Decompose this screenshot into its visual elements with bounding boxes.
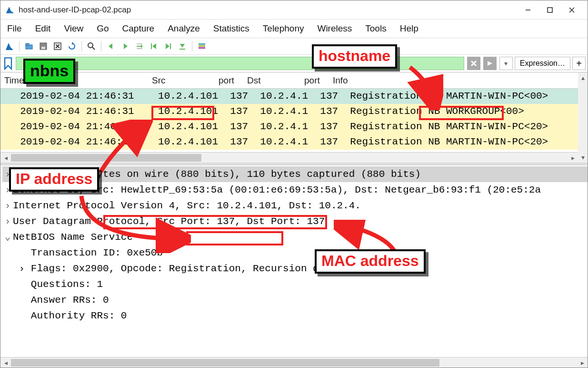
packet-details-pane[interactable]: ›Frame 5: 110 bytes on wire (880 bits), … (0, 163, 588, 325)
menu-go[interactable]: Go (97, 23, 109, 34)
menu-statistics[interactable]: Statistics (213, 23, 249, 34)
add-filter-button[interactable]: + (572, 57, 586, 70)
open-icon[interactable] (23, 40, 35, 52)
reload-icon[interactable] (66, 40, 78, 52)
packet-row[interactable]: 2019-02-04 21:46:31 10.2.4.101 137 10.2.… (0, 104, 588, 119)
col-dst[interactable]: Dst (243, 75, 300, 86)
detail-flags: › Flags: 0x2900, Opcode: Registration, R… (2, 261, 588, 276)
bookmark-icon[interactable] (2, 57, 14, 70)
menu-view[interactable]: View (64, 23, 83, 34)
go-last-icon[interactable] (162, 40, 174, 52)
close-button[interactable] (561, 2, 583, 18)
scroll-right-icon[interactable]: ▸ (568, 153, 578, 163)
menu-bar: File Edit View Go Capture Analyze Statis… (0, 20, 588, 38)
scroll-left-icon[interactable]: ◂ (0, 358, 11, 368)
packet-rows[interactable]: 2019-02-04 21:46:31 10.2.4.101 137 10.2.… (0, 89, 588, 163)
detail-ethernet: ›Ethernet II, Src: HewlettP_69:53:5a (00… (2, 182, 588, 198)
detail-questions: Questions: 1 (2, 276, 588, 292)
scrollbar-horizontal[interactable] (11, 154, 568, 162)
scrollbar-horizontal-bottom[interactable] (11, 359, 577, 367)
packet-list-pane: Time Src port Dst port Info 2019-02-04 2… (0, 72, 588, 163)
clear-filter-button[interactable] (467, 57, 480, 70)
scroll-down-icon[interactable]: ▾ (578, 152, 588, 163)
svg-marker-23 (166, 43, 169, 49)
col-src[interactable]: Src (148, 75, 215, 86)
svg-rect-26 (199, 43, 205, 45)
svg-rect-5 (26, 43, 29, 45)
menu-tools[interactable]: Tools (365, 23, 386, 34)
menu-telephony[interactable]: Telephony (263, 23, 304, 34)
go-forward-icon[interactable] (119, 40, 131, 52)
detail-answers: Answer RRs: 0 (2, 292, 588, 308)
svg-line-13 (92, 47, 95, 50)
menu-file[interactable]: File (7, 23, 22, 34)
maximize-button[interactable] (539, 2, 561, 18)
find-icon[interactable] (85, 40, 98, 52)
svg-rect-28 (199, 47, 205, 49)
svg-rect-1 (548, 8, 552, 12)
detail-udp: ›User Datagram Protocol, Src Port: 137, … (2, 214, 588, 229)
menu-capture[interactable]: Capture (122, 23, 155, 34)
menu-edit[interactable]: Edit (35, 23, 51, 34)
svg-point-12 (88, 43, 93, 48)
colorize-icon[interactable] (196, 40, 208, 52)
apply-filter-button[interactable] (483, 57, 497, 70)
svg-marker-15 (124, 43, 128, 49)
toolbar (0, 38, 588, 55)
filter-bar: ▾ Expression… + (0, 55, 588, 72)
svg-marker-17 (141, 44, 143, 48)
packet-row[interactable]: 2019-02-04 21:46:33 10.2.4.101 137 10.2.… (0, 134, 588, 150)
expression-button[interactable]: Expression… (515, 57, 570, 70)
menu-help[interactable]: Help (400, 23, 419, 34)
packet-row[interactable]: 2019-02-04 21:46:31 10.2.4.101 137 10.2.… (0, 119, 588, 134)
scrollbar-vertical[interactable] (578, 83, 588, 152)
scroll-left-icon[interactable]: ◂ (0, 153, 11, 163)
menu-wireless[interactable]: Wireless (317, 23, 352, 34)
detail-nbns: ⌄NetBIOS Name Service (2, 229, 588, 245)
detail-frame: ›Frame 5: 110 bytes on wire (880 bits), … (2, 166, 588, 182)
scroll-up-icon[interactable]: ▴ (578, 72, 588, 83)
packet-row[interactable]: 2019-02-04 21:46:31 10.2.4.101 137 10.2.… (0, 89, 588, 104)
col-sport[interactable]: port (215, 75, 243, 86)
go-back-icon[interactable] (105, 40, 117, 52)
col-time[interactable]: Time (0, 75, 148, 86)
svg-rect-27 (199, 45, 205, 47)
go-first-icon[interactable] (148, 40, 160, 52)
display-filter-input[interactable] (16, 57, 464, 70)
col-info[interactable]: Info (329, 75, 588, 86)
auto-scroll-icon[interactable] (176, 40, 189, 52)
svg-marker-31 (488, 61, 492, 66)
minimize-button[interactable] (517, 2, 539, 18)
svg-rect-7 (41, 47, 45, 49)
detail-ip: ›Internet Protocol Version 4, Src: 10.2.… (2, 198, 588, 214)
filter-history-button[interactable]: ▾ (499, 57, 513, 70)
svg-marker-24 (180, 44, 185, 48)
detail-authority: Authority RRs: 0 (2, 308, 588, 324)
packet-column-headers[interactable]: Time Src port Dst port Info (0, 72, 588, 89)
col-dport[interactable]: port (300, 75, 329, 86)
menu-analyze[interactable]: Analyze (168, 23, 200, 34)
title-bar: host-and-user-ID-pcap-02.pcap (0, 0, 588, 20)
save-icon[interactable] (37, 40, 50, 52)
scroll-right-icon[interactable]: ▸ (577, 358, 588, 368)
close-file-icon[interactable] (51, 40, 64, 52)
wireshark-logo-icon[interactable] (3, 40, 16, 52)
svg-marker-14 (109, 43, 112, 49)
svg-marker-21 (152, 43, 156, 49)
window-title: host-and-user-ID-pcap-02.pcap (19, 5, 131, 15)
go-to-packet-icon[interactable] (133, 40, 146, 52)
wireshark-icon (5, 5, 15, 15)
detail-txid: Transaction ID: 0xe50b (2, 245, 588, 261)
